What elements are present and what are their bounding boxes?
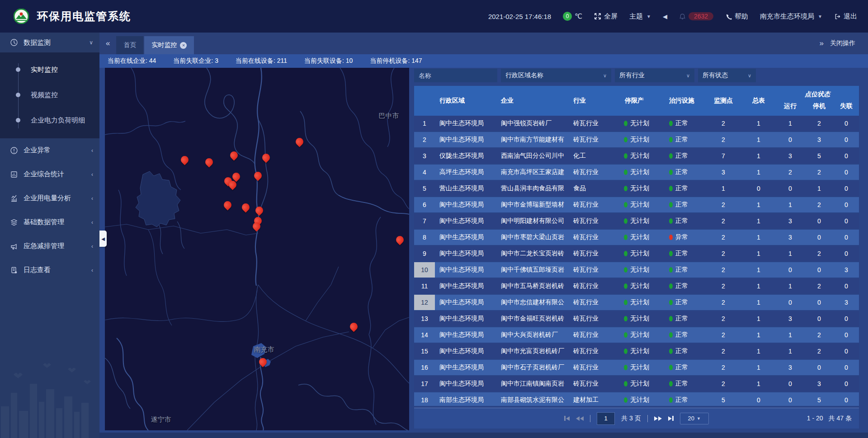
status-dot-green — [624, 251, 627, 256]
table-row-1[interactable]: 1阆中生态环境局阆中强锐页岩砖厂砖瓦行业无计划正常21120 — [414, 116, 859, 131]
sidebar-subitem-2[interactable]: 企业电力负荷明细 — [0, 108, 99, 133]
column-header-meters[interactable]: 总表 — [741, 97, 776, 105]
close-operations-button[interactable]: 关闭操作 — [830, 39, 855, 47]
gauge-icon — [10, 38, 18, 47]
total-count-label: 共 47 条 — [829, 414, 852, 423]
cell-facility-status: 正常 — [664, 250, 705, 258]
column-header-region[interactable]: 行政区域 — [435, 97, 496, 105]
cell-limit-status: 无计划 — [618, 331, 664, 339]
status-dot-green — [669, 397, 673, 403]
cell-index: 11 — [414, 278, 435, 294]
sidebar-item-3[interactable]: 企业用电量分析‹ — [0, 186, 99, 210]
cell-company: 阆中市江南镇阆南页岩 — [496, 380, 569, 388]
table-row-8[interactable]: 8阆中生态环境局阆中市枣碧大梁山页岩砖瓦行业无计划异常21300 — [414, 230, 859, 245]
column-header-running[interactable]: 运行 — [776, 99, 805, 110]
sidebar-menu: 数据监测∨实时监控视频监控企业电力负荷明细企业异常‹企业综合统计‹企业用电量分析… — [0, 33, 99, 282]
table-row-4[interactable]: 4高坪生态环境局南充市高坪区王家店建砖瓦行业无计划正常31220 — [414, 165, 859, 180]
sidebar-item-2[interactable]: 企业综合统计‹ — [0, 162, 99, 186]
sidebar-item-label: 基础数据管理 — [24, 218, 86, 226]
column-header-company[interactable]: 企业 — [496, 97, 569, 105]
sidebar-item-4[interactable]: 基础数据管理‹ — [0, 210, 99, 234]
filter-select-2[interactable]: 所有状态∨ — [698, 69, 756, 82]
sidebar-item-0[interactable]: 数据监测∨ — [0, 33, 99, 52]
theme-dropdown[interactable]: 主题▼ — [629, 12, 651, 21]
cell-points: 2 — [705, 315, 741, 322]
fullscreen-button[interactable]: 全屏 — [594, 12, 618, 21]
cell-stopped: 2 — [805, 331, 834, 339]
logout-button[interactable]: 退出 — [834, 12, 857, 21]
tab-0[interactable]: 首页 — [116, 36, 143, 54]
filter-select-0[interactable]: 行政区域名称∨ — [501, 69, 611, 82]
cell-industry: 砖瓦行业 — [569, 217, 618, 225]
mute-icon[interactable]: ◀ — [663, 13, 667, 20]
status-dot-green — [624, 349, 627, 354]
cell-industry: 砖瓦行业 — [569, 363, 618, 372]
table-row-6[interactable]: 6阆中生态环境局阆中市金博瑞新型墙材砖瓦行业无计划正常21120 — [414, 197, 859, 212]
tab-1[interactable]: 实时监控× — [144, 36, 194, 54]
status-dot-green — [624, 153, 627, 159]
prev-page-button[interactable] — [576, 416, 584, 421]
table-row-5[interactable]: 5营山生态环境局营山县润丰肉食品有限食品无计划正常10010 — [414, 181, 859, 196]
sidebar-collapse-button[interactable]: ◀ — [99, 231, 107, 247]
table-row-17[interactable]: 17阆中生态环境局阆中市江南镇阆南页岩砖瓦行业无计划正常21030 — [414, 376, 859, 391]
cell-lost: 0 — [834, 396, 859, 404]
cell-running: 3 — [776, 152, 805, 160]
column-header-facility[interactable]: 治污设施 — [664, 97, 705, 105]
sidebar-item-6[interactable]: 日志查看‹ — [0, 258, 99, 282]
sidebar-subitem-1[interactable]: 视频监控 — [0, 82, 99, 108]
table-row-11[interactable]: 11阆中生态环境局阆中市五马桥页岩机砖砖瓦行业无计划正常21120 — [414, 278, 859, 294]
table-row-7[interactable]: 7阆中生态环境局阆中明阳建材有限公司砖瓦行业无计划正常21300 — [414, 213, 859, 229]
table-row-10[interactable]: 10阆中生态环境局阆中千佛镇五郎垭页岩砖瓦行业无计划正常21003 — [414, 262, 859, 278]
column-header-industry[interactable]: 行业 — [569, 97, 618, 105]
cell-running: 3 — [776, 364, 805, 371]
table-row-2[interactable]: 2阆中生态环境局阆中市南方节能建材有砖瓦行业无计划正常21030 — [414, 132, 859, 147]
cell-lost: 0 — [834, 331, 859, 339]
cell-facility-status: 正常 — [664, 347, 705, 355]
cell-running: 0 — [776, 266, 805, 273]
sidebar-item-label: 日志查看 — [24, 266, 86, 274]
cell-company: 阆中市金博瑞新型墙材 — [496, 201, 569, 209]
column-header-limit[interactable]: 停限产 — [618, 97, 664, 105]
table-row-14[interactable]: 14阆中生态环境局阆中大兴页岩机砖厂砖瓦行业无计划正常21120 — [414, 327, 859, 343]
cell-region: 阆中生态环境局 — [435, 363, 496, 372]
map-canvas[interactable]: 巴中市南充市遂宁市 — [105, 68, 409, 430]
cell-points: 3 — [705, 169, 741, 176]
status-dot-green — [624, 332, 627, 338]
table-row-3[interactable]: 3仪陇生态环境局西南油气田分公司川中化工无计划正常71350 — [414, 148, 859, 164]
sidebar-subitem-0[interactable]: 实时监控 — [0, 57, 99, 82]
next-page-button[interactable] — [654, 416, 662, 421]
filter-bar: 行政区域名称∨所有行业∨所有状态∨ — [414, 69, 859, 82]
column-header-points[interactable]: 监测点 — [705, 97, 741, 105]
first-page-button[interactable] — [564, 416, 570, 421]
cell-running: 0 — [776, 380, 805, 387]
column-header-lost[interactable]: 失联 — [834, 99, 859, 110]
notifications[interactable]: 2632 — [679, 12, 713, 20]
page-size-select[interactable]: 20 ▼ — [680, 413, 709, 424]
page-number-input[interactable] — [597, 412, 615, 425]
cell-running: 0 — [776, 185, 805, 192]
table-row-9[interactable]: 9阆中生态环境局阆中市二龙长宝页岩砖砖瓦行业无计划正常21120 — [414, 246, 859, 261]
cell-region: 阆中生态环境局 — [435, 266, 496, 274]
status-dot-green — [669, 300, 673, 305]
filter-select-1[interactable]: 所有行业∨ — [615, 69, 694, 82]
tabs-scroll-left-icon[interactable]: « — [99, 39, 116, 48]
help-button[interactable]: 帮助 — [725, 12, 748, 21]
cell-industry: 砖瓦行业 — [569, 119, 618, 127]
table-row-18[interactable]: 18南部生态环境局南部县砌筑水泥有限公建材加工无计划正常50050 — [414, 392, 859, 406]
status-dot-green — [669, 332, 673, 338]
table-row-13[interactable]: 13阆中生态环境局阆中市金福旺页岩机砖砖瓦行业无计划正常21300 — [414, 311, 859, 326]
name-search-input[interactable] — [414, 69, 497, 82]
table-row-16[interactable]: 16阆中生态环境局阆中市石子页岩机砖厂砖瓦行业无计划正常21300 — [414, 360, 859, 375]
tabs-scroll-right-icon[interactable]: » — [818, 39, 826, 48]
table-row-15[interactable]: 15阆中生态环境局阆中市光富页岩机砖厂砖瓦行业无计划正常21120 — [414, 344, 859, 359]
table-row-12[interactable]: 12阆中生态环境局阆中市忠信建材有限公砖瓦行业无计划正常21003 — [414, 295, 859, 310]
top-header: 环保用电监管系统 2021-02-25 17:46:18 0 ℃ 全屏 主题▼ … — [0, 0, 868, 33]
sidebar-item-1[interactable]: 企业异常‹ — [0, 138, 99, 162]
last-page-button[interactable] — [668, 416, 674, 421]
org-dropdown[interactable]: 南充市生态环境局▼ — [760, 12, 822, 21]
tab-close-icon[interactable]: × — [180, 42, 187, 49]
sidebar-item-5[interactable]: 应急减排管理‹ — [0, 234, 99, 258]
cell-running: 3 — [776, 315, 805, 322]
column-header-stopped[interactable]: 停机 — [805, 99, 834, 110]
cell-industry: 砖瓦行业 — [569, 136, 618, 144]
